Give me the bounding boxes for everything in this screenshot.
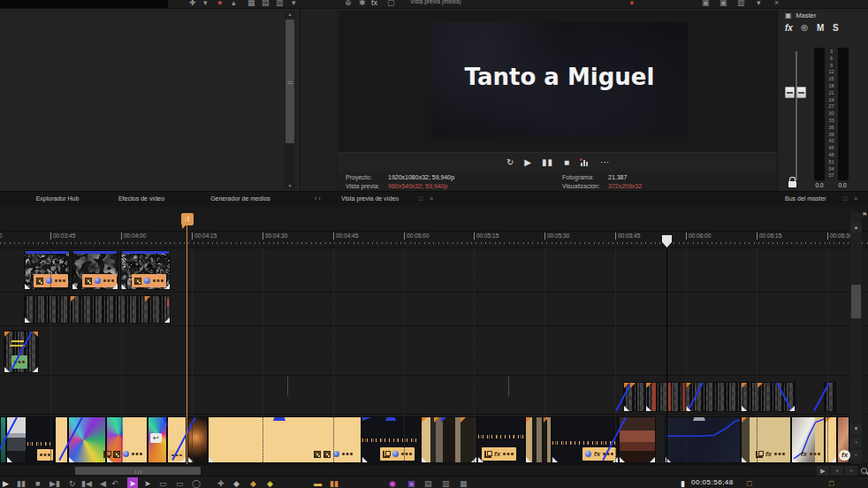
pan-icon[interactable] [85,278,92,285]
magnify-tool-icon[interactable]: ◯ [192,477,201,488]
more-options-icon[interactable] [132,453,142,455]
tab-bus-del-master[interactable]: Bus del master [785,195,826,202]
event-buttons[interactable] [132,274,166,287]
more-options-icon[interactable] [103,279,114,282]
fx-button[interactable]: fx [765,451,772,458]
pan-icon[interactable] [36,278,43,285]
event-buttons[interactable]: fx [753,447,788,461]
more-options-icon[interactable] [401,453,412,455]
win-layout-a-icon[interactable]: ▣ [702,0,710,9]
region-orange-icon[interactable]: ▮▮ [330,477,339,488]
list-c-icon[interactable]: ▦ [460,477,468,488]
envelope-orange-icon[interactable]: ◆ [250,477,256,488]
clip-skin[interactable]: fx [837,416,849,463]
more-options-icon[interactable] [55,279,65,282]
solo-button[interactable]: S [833,23,839,33]
hscroll-thumb[interactable] [75,467,201,475]
more-options-icon[interactable] [774,453,785,455]
lock-icon[interactable] [788,181,796,187]
edit-tool-icon[interactable]: ➤ [127,477,138,488]
clip-khaki[interactable]: fx [741,416,791,463]
record-dot-icon[interactable]: ● [217,0,222,9]
fx-button[interactable]: fx [494,451,500,458]
win-layout-c-icon[interactable]: ▥ [737,0,745,9]
tool-drop-icon[interactable]: ▾ [203,0,208,9]
tool-add-icon[interactable]: ✚ [189,0,196,9]
tab-efectos-video[interactable]: Efectos de vídeo [118,195,164,202]
cursor-time-display[interactable]: 00:05:56;48 [691,478,734,486]
stop-icon[interactable]: ■ [35,477,40,488]
marker-cursor-line[interactable] [187,213,187,464]
tool-rows-icon[interactable]: ▤ [262,0,270,9]
fx-button[interactable]: fx [801,451,807,458]
tool-open-icon[interactable]: ▴ [232,0,236,9]
clip-night-2[interactable] [362,416,421,463]
more-options-icon[interactable] [342,453,353,455]
timeline-tracks[interactable]: ↩ [0,248,868,464]
scroll-up-icon[interactable]: ▲ [850,223,862,233]
zoom-out-track-icon[interactable]: − [850,450,862,460]
keyframe-box-2-icon[interactable]: □ [829,477,834,488]
clip-night-pano[interactable]: fx [477,416,525,463]
timeline-marker-2[interactable]: 2 [181,213,194,225]
win-layout-b-icon[interactable]: ▣ [720,0,727,9]
clip-long-yellow[interactable] [208,416,362,463]
zoom-out-time-icon[interactable]: − [845,466,857,476]
plugin-magenta-icon[interactable]: ◉ [389,477,396,488]
pan-icon[interactable] [134,278,141,285]
normal-tool-icon[interactable]: ➤ [144,477,151,488]
zoom-in-time-icon[interactable]: ＋ [831,466,843,476]
selection-tool-icon[interactable]: ▭ [159,477,167,488]
phase-invert-icon[interactable]: ◎ [801,23,808,32]
track-motion-icon[interactable] [324,451,331,458]
more-options-icon[interactable]: ··· [600,158,609,167]
clip-thin[interactable] [824,382,836,412]
list-b-icon[interactable]: ▥ [442,477,450,488]
tab-explorador-hub[interactable]: Explorador Hub [36,195,80,202]
more-options-icon[interactable] [503,453,514,455]
timeline-ruler[interactable]: 00:03:3000:03:4500:04:0000:04:1500:04:30… [0,232,868,248]
snap-toggle-icon[interactable]: ✚ [217,477,225,488]
list-a-icon[interactable]: ▤ [424,477,432,488]
clip-reddish[interactable] [619,416,656,463]
step-back-icon[interactable]: ↶ [111,477,118,488]
master-tab-window-icons[interactable]: □ × [843,195,860,202]
fx-sphere-icon[interactable] [585,451,591,457]
tool-grid-icon[interactable]: ▦ [247,0,255,9]
clip-noise-1[interactable] [24,250,70,290]
event-buttons[interactable] [380,447,415,461]
explorer-scrollbar[interactable]: ▲ ▼ [285,11,295,189]
marker-yellow-icon[interactable]: ▬ [314,477,322,488]
zoom-edit-tool-icon[interactable]: ▭ [176,477,184,488]
video-scopes-icon[interactable] [580,158,590,166]
pv-quality-icon[interactable]: ✱ [359,0,366,9]
plugin-purple-icon[interactable]: ▣ [407,477,415,488]
event-buttons[interactable] [82,274,117,287]
fx-button[interactable]: fx [594,451,600,458]
scrollbar-thumb[interactable] [286,19,294,143]
fx-sphere-icon[interactable] [123,451,129,457]
crop-icon[interactable] [383,451,390,458]
more-options-icon[interactable] [810,453,820,455]
win-drop-icon[interactable]: ▾ [757,0,761,9]
marker-strip[interactable]: 2 [0,206,868,232]
clip-cluster[interactable] [623,382,796,412]
cursor-mark-icon[interactable]: ▮ [681,477,685,488]
fx-button[interactable]: fx [841,452,848,459]
scroll-down-icon[interactable]: ▼ [850,424,862,434]
play-from-start-icon[interactable]: ▶▮ [49,477,60,488]
more-options-icon[interactable] [153,279,164,282]
master-fx-button[interactable]: fx [785,23,793,33]
record-icon[interactable]: ● [629,0,634,9]
envelope-gray-icon[interactable]: ◆ [233,477,240,488]
clip-photo-sky[interactable] [6,416,27,463]
tab-nav-arrows[interactable]: ‹ › [315,195,321,202]
zoom-in-track-icon[interactable]: ＋ [850,438,862,447]
pan-icon[interactable] [314,451,321,458]
win-close-icon[interactable]: × [774,0,779,9]
tool-cols-icon[interactable]: ▥ [276,0,284,9]
clip-small-envelope[interactable] [4,331,39,373]
tab-window-icons[interactable]: □ × [419,195,436,202]
go-to-start-icon[interactable]: ▮◀ [81,477,92,488]
undo-overlay-icon[interactable]: ↩ [150,433,162,443]
